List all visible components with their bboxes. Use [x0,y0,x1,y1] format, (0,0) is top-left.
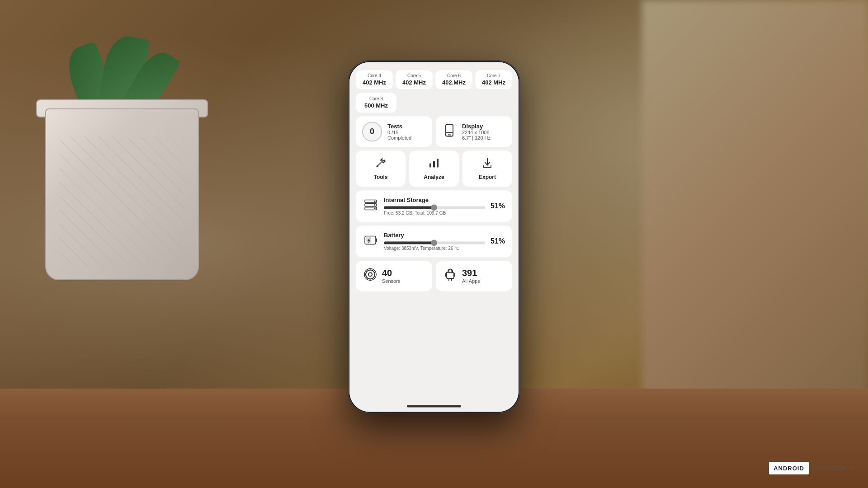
core-6-label: Core 6 [441,73,467,78]
tests-circle: 0 [362,122,382,141]
android-icon [443,267,458,285]
analyze-label: Analyze [424,174,444,180]
battery-icon [363,232,378,251]
core-6-card: Core 6 402.MHz [435,70,472,89]
all-apps-card[interactable]: 391 All Apps [436,261,512,291]
core-5-label: Core 5 [401,73,427,78]
watermark: ANDROID AUTHORITY [769,462,854,474]
core-8-value: 500 MHz [362,102,390,109]
core-8-label: Core 8 [362,96,390,101]
tests-title: Tests [387,123,411,130]
all-apps-info: 391 All Apps [462,268,480,284]
phone-wrapper: Core 4 402 MHz Core 5 402 MHz Core 6 402… [348,61,520,413]
svg-rect-5 [433,161,435,167]
storage-title: Internal Storage [384,197,485,203]
storage-percent: 51% [491,202,505,210]
core-8-row: Core 8 500 MHz [356,93,512,113]
tools-card[interactable]: Tools [356,150,406,187]
core-7-label: Core 7 [481,73,507,78]
svg-rect-4 [429,163,431,167]
sensors-count: 40 [382,268,400,278]
phone-screen: Core 4 402 MHz Core 5 402 MHz Core 6 402… [349,62,519,412]
watermark-authority: AUTHORITY [812,465,854,472]
svg-rect-6 [437,159,439,167]
internal-storage-card[interactable]: Internal Storage Free: 53.2 GB, Total: 1… [356,190,512,222]
core-6-value: 402.MHz [441,79,467,86]
tools-label: Tools [373,174,387,180]
battery-percent: 51% [491,237,505,245]
svg-rect-14 [376,238,377,242]
tests-count: 0 /15 [387,130,411,135]
all-apps-count: 391 [462,268,480,278]
core-5-card: Core 5 402 MHz [396,70,433,89]
cpu-cores-row: Core 4 402 MHz Core 5 402 MHz Core 6 402… [356,67,512,89]
battery-card[interactable]: Battery Voltage: 3853mV, Temperature: 26… [356,225,512,257]
plant-decoration [0,0,249,407]
sensors-card[interactable]: 40 Sensors [356,261,432,291]
tools-icon [375,157,387,171]
watermark-android: ANDROID [774,465,804,472]
battery-info: Battery Voltage: 3853mV, Temperature: 26… [384,232,485,251]
core-5-value: 402 MHz [401,79,427,86]
analyze-icon [428,157,440,171]
sensors-info: 40 Sensors [382,268,400,284]
tests-status: Completed [387,135,411,141]
core-4-value: 402 MHz [361,79,387,86]
tools-row: Tools Analyze [356,150,512,187]
svg-point-3 [377,165,378,167]
svg-point-12 [374,207,376,209]
sensors-icon [363,267,377,285]
svg-point-11 [374,204,376,205]
display-icon [442,123,457,141]
sensors-apps-row: 40 Sensors [356,261,512,291]
svg-point-17 [448,270,450,272]
tests-display-row: 0 Tests 0 /15 Completed [356,116,512,147]
display-info: Display 2244 x 1008 6.7" | 120 Hz [462,123,491,141]
sensors-label: Sensors [382,278,400,284]
storage-sub: Free: 53.2 GB, Total: 109.7 GB [384,211,485,216]
storage-progress-container [384,206,485,209]
storage-icon [363,197,378,216]
core-4-card: Core 4 402 MHz [356,70,393,89]
storage-info: Internal Storage Free: 53.2 GB, Total: 1… [384,197,485,216]
core-7-value: 402 MHz [481,79,507,86]
export-label: Export [479,174,496,180]
tests-card[interactable]: 0 Tests 0 /15 Completed [356,116,432,147]
svg-point-10 [374,200,376,202]
battery-sub: Voltage: 3853mV, Temperature: 26 ℃ [384,246,485,251]
core-4-label: Core 4 [361,73,387,78]
display-resolution: 2244 x 1008 [462,130,491,135]
phone-screen-container: Core 4 402 MHz Core 5 402 MHz Core 6 402… [349,62,519,412]
export-card[interactable]: Export [462,150,512,187]
display-card[interactable]: Display 2244 x 1008 6.7" | 120 Hz [436,116,512,147]
battery-title: Battery [384,232,485,239]
battery-progress-fill [384,241,435,244]
core-7-card: Core 7 402 MHz [475,70,512,89]
export-icon [481,157,493,171]
svg-point-18 [451,270,453,272]
plant-pot [36,45,208,280]
display-title: Display [462,123,491,130]
display-specs: 6.7" | 120 Hz [462,135,491,141]
tests-info: Tests 0 /15 Completed [387,123,411,141]
analyze-card[interactable]: Analyze [409,150,459,187]
screen-content: Core 4 402 MHz Core 5 402 MHz Core 6 402… [349,62,519,412]
home-indicator[interactable] [407,405,461,407]
pot-body [45,108,199,280]
svg-point-16 [368,272,372,276]
battery-progress-container [384,241,485,244]
core-8-card: Core 8 500 MHz [356,93,396,113]
all-apps-label: All Apps [462,278,480,284]
storage-progress-fill [384,206,435,209]
watermark-box: ANDROID [769,462,809,474]
tests-circle-value: 0 [370,127,374,136]
phone-device: Core 4 402 MHz Core 5 402 MHz Core 6 402… [348,61,520,413]
